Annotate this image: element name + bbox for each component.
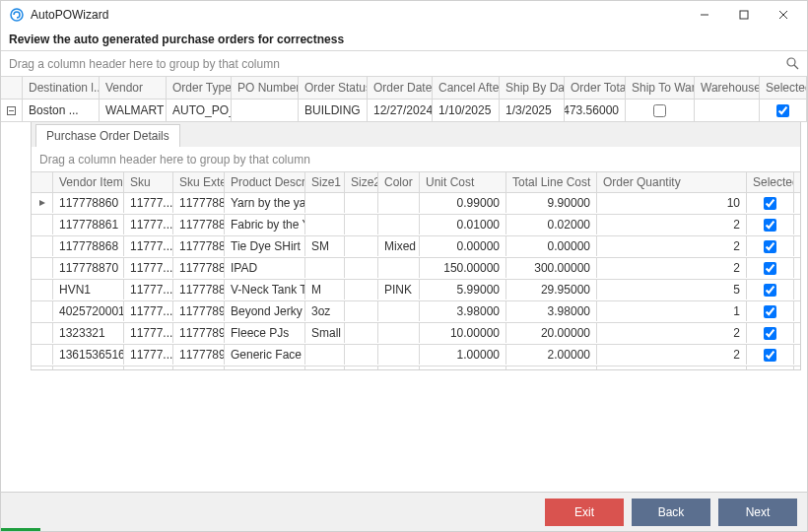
dc-sel[interactable] <box>747 280 794 299</box>
row-selected-checkbox[interactable] <box>764 327 776 340</box>
dc-total: 3.98000 <box>506 301 597 321</box>
dc-sel[interactable] <box>747 193 794 213</box>
detail-row[interactable]: 11777...1177789...Strawberry Pop...0.000… <box>32 366 800 369</box>
dc-unit: 3.98000 <box>420 301 506 321</box>
col-selected[interactable]: Selected <box>760 77 807 99</box>
row-indicator <box>32 193 53 213</box>
tab-po-details[interactable]: Purchase Order Details <box>35 124 180 147</box>
next-button[interactable]: Next <box>718 499 797 526</box>
row-selected-checkbox[interactable] <box>764 240 776 253</box>
dc-desc: Beyond Jerky <box>225 301 305 321</box>
svg-point-0 <box>11 9 23 21</box>
col-total[interactable]: Order Total <box>565 77 626 99</box>
col-dest[interactable]: Destination l... <box>23 77 100 99</box>
dcol-qty[interactable]: Order Quantity <box>597 172 747 192</box>
svg-line-6 <box>794 65 798 69</box>
dcol-color[interactable]: Color <box>378 172 420 192</box>
row-selected-checkbox[interactable] <box>764 197 776 210</box>
dc-color <box>378 345 420 365</box>
dc-skuext: 1177788... <box>173 258 225 278</box>
dc-sel[interactable] <box>747 258 794 278</box>
dc-skuext: 1177788... <box>173 193 225 213</box>
dc-desc: Yarn by the yard <box>225 193 305 213</box>
back-button[interactable]: Back <box>632 499 710 526</box>
dcol-s1[interactable]: Size1 <box>305 172 345 192</box>
row-indicator <box>32 215 53 234</box>
maximize-button[interactable] <box>724 2 764 28</box>
dc-unit: 10.00000 <box>420 323 506 343</box>
search-icon[interactable] <box>785 56 799 73</box>
exit-button[interactable]: Exit <box>545 499 624 526</box>
detail-group-bar[interactable]: Drag a column header here to group by th… <box>32 147 800 172</box>
dc-total: 20.00000 <box>506 323 597 343</box>
dc-sel[interactable] <box>747 366 794 369</box>
dcol-s2[interactable]: Size2 <box>345 172 378 192</box>
dcol-sel[interactable]: Selected <box>747 172 794 192</box>
dcol-sku[interactable]: Sku <box>124 172 173 192</box>
col-warehouse[interactable]: Warehouse ... <box>695 77 760 99</box>
dc-skuext: 1177789... <box>173 366 225 369</box>
col-orderdate[interactable]: Order Date <box>368 77 433 99</box>
shipto-checkbox[interactable] <box>653 104 666 117</box>
dc-qty: 2 <box>597 236 747 256</box>
dc-desc: Fleece PJs <box>225 323 305 343</box>
dcol-unit[interactable]: Unit Cost <box>420 172 506 192</box>
dc-sel[interactable] <box>747 301 794 321</box>
row-selected-checkbox[interactable] <box>764 284 776 297</box>
selected-checkbox[interactable] <box>776 104 789 117</box>
row-selected-checkbox[interactable] <box>764 305 776 318</box>
col-cancel[interactable]: Cancel After... <box>433 77 500 99</box>
dcol-skuext[interactable]: Sku Exte... <box>173 172 225 192</box>
minimize-button[interactable] <box>685 2 724 28</box>
detail-row[interactable]: 11777887011777...1177788...IPAD150.00000… <box>32 258 800 280</box>
dc-sel[interactable] <box>747 323 794 343</box>
dc-vendor: HVN1 <box>53 280 124 299</box>
col-ponum[interactable]: PO Number <box>232 77 299 99</box>
row-selected-checkbox[interactable] <box>764 262 776 275</box>
detail-row[interactable]: 11777886811777...1177788...Tie Dye SHirt… <box>32 236 800 258</box>
detail-tabstrip: Purchase Order Details <box>32 122 800 147</box>
detail-grid[interactable]: Vendor Item... Sku Sku Exte... Product D… <box>32 172 800 369</box>
cell-orderdate: 12/27/2024 <box>368 100 433 121</box>
col-ordertype[interactable]: Order Type <box>167 77 232 99</box>
detail-row[interactable]: 11777886111777...1177788...Fabric by the… <box>32 215 800 236</box>
dc-s1: Small <box>305 323 345 343</box>
col-shipto[interactable]: Ship To War... <box>626 77 695 99</box>
detail-row[interactable]: 132332111777...1177789...Fleece PJsSmall… <box>32 323 800 345</box>
row-indicator <box>32 345 53 365</box>
dc-qty: 2 <box>597 323 747 343</box>
col-shipby[interactable]: Ship By Date <box>500 77 565 99</box>
dc-sku: 11777... <box>124 280 173 299</box>
detail-row[interactable]: 402572000111777...1177789...Beyond Jerky… <box>32 301 800 323</box>
detail-row[interactable]: 1361536516...11777...1177789...Generic F… <box>32 345 800 366</box>
detail-row[interactable]: 11777886011777...1177788...Yarn by the y… <box>32 193 800 215</box>
dc-sel[interactable] <box>747 236 794 256</box>
dc-sku: 11777... <box>124 323 173 343</box>
dc-s2 <box>345 215 378 234</box>
dcol-vendor[interactable]: Vendor Item... <box>53 172 124 192</box>
master-grid[interactable]: Destination l... Vendor Order Type PO Nu… <box>1 77 807 122</box>
cell-shipto[interactable] <box>626 100 695 121</box>
close-button[interactable] <box>764 2 803 28</box>
cell-status: BUILDING <box>299 100 368 121</box>
cell-selected[interactable] <box>760 100 807 121</box>
row-expander[interactable] <box>1 100 23 121</box>
row-indicator <box>32 258 53 278</box>
dc-sel[interactable] <box>747 345 794 365</box>
dc-unit: 0.99000 <box>420 193 506 213</box>
row-selected-checkbox[interactable] <box>764 349 776 362</box>
col-vendor[interactable]: Vendor <box>100 77 167 99</box>
dc-s2 <box>345 323 378 343</box>
dc-sel[interactable] <box>747 215 794 234</box>
dc-color <box>378 193 420 213</box>
detail-row[interactable]: HVN111777...1177788...V-Neck Tank T...MP… <box>32 280 800 301</box>
group-by-bar[interactable]: Drag a column header here to group by th… <box>1 51 807 77</box>
row-selected-checkbox[interactable] <box>764 219 776 232</box>
dcol-total[interactable]: Total Line Cost <box>506 172 597 192</box>
col-status[interactable]: Order Status <box>299 77 368 99</box>
dc-s2 <box>345 193 378 213</box>
master-row[interactable]: Boston ... WALMART AUTO_PO_... BUILDING … <box>1 100 807 122</box>
dc-unit: 5.99000 <box>420 280 506 299</box>
page-subtitle: Review the auto generated purchase order… <box>1 29 807 51</box>
dcol-desc[interactable]: Product Descri... <box>225 172 305 192</box>
